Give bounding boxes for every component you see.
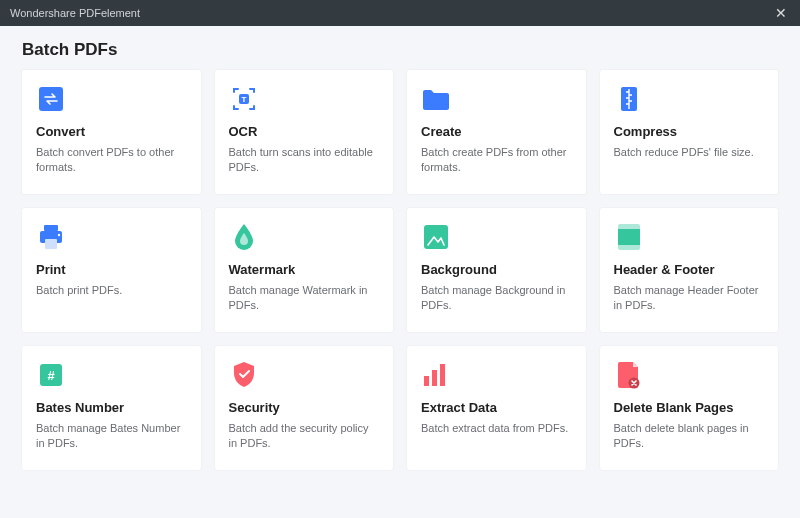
card-desc: Batch manage Background in PDFs. [421,283,572,313]
convert-icon [36,84,66,114]
svg-rect-0 [39,87,63,111]
card-title: Security [229,400,380,415]
compress-icon [614,84,644,114]
svg-rect-11 [618,245,640,250]
card-security[interactable]: Security Batch add the security policy i… [215,346,394,470]
svg-rect-4 [44,225,58,231]
card-title: OCR [229,124,380,139]
card-desc: Batch add the security policy in PDFs. [229,421,380,451]
page-title: Batch PDFs [0,26,800,70]
svg-rect-15 [432,370,437,386]
close-icon[interactable]: ✕ [772,5,790,21]
card-desc: Batch turn scans into editable PDFs. [229,145,380,175]
background-icon [421,222,451,252]
card-desc: Batch manage Watermark in PDFs. [229,283,380,313]
card-delete-blank-pages[interactable]: Delete Blank Pages Batch delete blank pa… [600,346,779,470]
card-title: Header & Footer [614,262,765,277]
header-footer-icon [614,222,644,252]
card-title: Convert [36,124,187,139]
card-convert[interactable]: Convert Batch convert PDFs to other form… [22,70,201,194]
svg-rect-14 [424,376,429,386]
card-desc: Batch convert PDFs to other formats. [36,145,187,175]
card-title: Background [421,262,572,277]
card-desc: Batch print PDFs. [36,283,187,298]
app-name: Wondershare PDFelement [10,7,140,19]
card-desc: Batch create PDFs from other formats. [421,145,572,175]
extract-data-chart-icon [421,360,451,390]
shield-icon [229,360,259,390]
card-header-footer[interactable]: Header & Footer Batch manage Header Foot… [600,208,779,332]
watermark-drop-icon [229,222,259,252]
svg-point-7 [58,234,60,236]
bates-number-icon: # [36,360,66,390]
card-compress[interactable]: Compress Batch reduce PDFs' file size. [600,70,779,194]
print-icon [36,222,66,252]
card-desc: Batch delete blank pages in PDFs. [614,421,765,451]
card-title: Compress [614,124,765,139]
card-watermark[interactable]: Watermark Batch manage Watermark in PDFs… [215,208,394,332]
titlebar: Wondershare PDFelement ✕ [0,0,800,26]
ocr-icon: T [229,84,259,114]
card-title: Delete Blank Pages [614,400,765,415]
card-title: Create [421,124,572,139]
card-extract-data[interactable]: Extract Data Batch extract data from PDF… [407,346,586,470]
create-folder-icon [421,84,451,114]
card-ocr[interactable]: T OCR Batch turn scans into editable PDF… [215,70,394,194]
card-title: Extract Data [421,400,572,415]
svg-rect-6 [45,239,57,249]
card-title: Watermark [229,262,380,277]
card-grid: Convert Batch convert PDFs to other form… [0,70,800,488]
card-title: Bates Number [36,400,187,415]
card-desc: Batch extract data from PDFs. [421,421,572,436]
svg-rect-10 [618,224,640,229]
card-background[interactable]: Background Batch manage Background in PD… [407,208,586,332]
svg-text:#: # [47,368,55,383]
delete-page-icon [614,360,644,390]
card-create[interactable]: Create Batch create PDFs from other form… [407,70,586,194]
card-bates-number[interactable]: # Bates Number Batch manage Bates Number… [22,346,201,470]
card-title: Print [36,262,187,277]
card-desc: Batch manage Bates Number in PDFs. [36,421,187,451]
svg-text:T: T [241,95,246,104]
card-desc: Batch manage Header Footer in PDFs. [614,283,765,313]
svg-rect-16 [440,364,445,386]
card-desc: Batch reduce PDFs' file size. [614,145,765,160]
card-print[interactable]: Print Batch print PDFs. [22,208,201,332]
